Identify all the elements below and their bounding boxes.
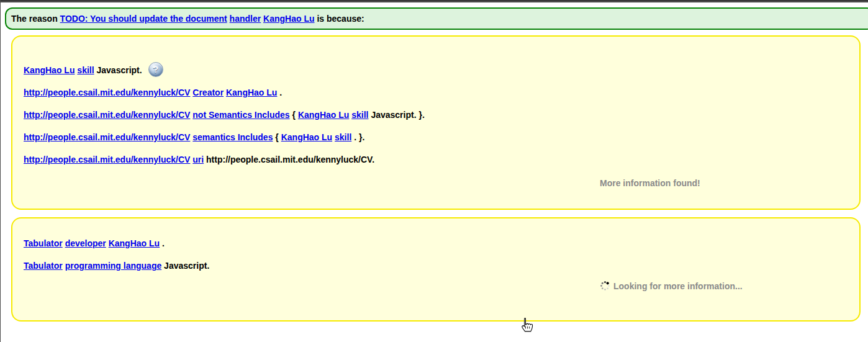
- status-message-found: More information found!: [600, 178, 700, 188]
- statement-link[interactable]: Tabulator: [24, 261, 63, 271]
- status-row: Looking for more information...: [600, 281, 743, 291]
- statement-link[interactable]: semantics Includes: [192, 132, 273, 142]
- statement-link[interactable]: programming language: [65, 261, 162, 271]
- statement-row: http://people.csail.mit.edu/kennyluck/CV…: [24, 148, 847, 171]
- statement-text: }.: [418, 110, 424, 120]
- statement-link[interactable]: http://people.csail.mit.edu/kennyluck/CV: [24, 88, 190, 97]
- statement-link[interactable]: KangHao Lu: [109, 238, 160, 248]
- statement-link[interactable]: Creator: [192, 88, 224, 97]
- justification-box-looking: Tabulator developer KangHao Lu .Tabulato…: [11, 217, 861, 322]
- statement-link[interactable]: Tabulator: [24, 238, 63, 248]
- statement-link[interactable]: uri: [192, 155, 204, 164]
- hand-cursor-icon: [519, 317, 534, 338]
- statement-link[interactable]: http://people.csail.mit.edu/kennyluck/CV: [24, 155, 190, 164]
- statement-link[interactable]: skill: [77, 65, 94, 75]
- statement-link[interactable]: KangHao Lu: [226, 88, 277, 97]
- page: The reason TODO: You should update the d…: [0, 0, 868, 342]
- statement-link[interactable]: http://people.csail.mit.edu/kennyluck/CV: [24, 110, 190, 120]
- statement-row: http://people.csail.mit.edu/kennyluck/CV…: [24, 126, 847, 148]
- statement-link[interactable]: KangHao Lu: [298, 110, 349, 120]
- statement-row: Tabulator programming language Javascrip…: [24, 254, 847, 277]
- statement-link[interactable]: developer: [65, 238, 106, 248]
- statement-row: Tabulator developer KangHao Lu .: [24, 232, 847, 254]
- statement-link[interactable]: KangHao Lu: [263, 14, 314, 24]
- statement-row: http://people.csail.mit.edu/kennyluck/CV…: [24, 104, 847, 126]
- statement-text: Javascript.: [164, 261, 209, 271]
- statement-link[interactable]: http://people.csail.mit.edu/kennyluck/CV: [24, 132, 190, 142]
- status-message-looking: Looking for more information...: [613, 281, 743, 291]
- statement-text: http://people.csail.mit.edu/kennyluck/CV…: [206, 155, 374, 164]
- statement-text: {: [292, 110, 296, 120]
- reason-header-text: The reason TODO: You should update the d…: [11, 14, 364, 24]
- statement-link[interactable]: skill: [351, 110, 368, 120]
- statement-text: .: [279, 88, 282, 97]
- help-question-icon[interactable]: ?: [148, 62, 163, 77]
- statement-list: Tabulator developer KangHao Lu .Tabulato…: [12, 218, 859, 277]
- justification-box-found: KangHao Lu skill Javascript. ?http://peo…: [11, 35, 861, 210]
- statement-text: Javascript.: [371, 110, 416, 120]
- statement-text: {: [275, 132, 278, 142]
- statement-text: The reason: [11, 14, 58, 24]
- statement-text: }.: [359, 132, 364, 142]
- statement-text: .: [354, 132, 356, 142]
- window-top-divider: [1, 0, 868, 2]
- statement-list: KangHao Lu skill Javascript. ?http://peo…: [12, 37, 859, 171]
- statement-row: KangHao Lu skill Javascript. ?: [24, 59, 847, 81]
- statement-text: is because:: [317, 14, 364, 24]
- reason-header: The reason TODO: You should update the d…: [5, 7, 868, 30]
- statement-link[interactable]: handler: [230, 14, 261, 24]
- statement-link[interactable]: KangHao Lu: [24, 65, 75, 75]
- statement-link[interactable]: TODO: You should update the document: [60, 14, 227, 24]
- statement-text: .: [162, 238, 165, 248]
- loading-spinner-icon: [600, 281, 610, 291]
- statement-text: Javascript.: [96, 65, 142, 75]
- statement-link[interactable]: skill: [335, 132, 351, 142]
- statement-link[interactable]: not Semantics Includes: [192, 110, 289, 120]
- statement-row: http://people.csail.mit.edu/kennyluck/CV…: [24, 81, 847, 104]
- statement-link[interactable]: KangHao Lu: [281, 132, 332, 142]
